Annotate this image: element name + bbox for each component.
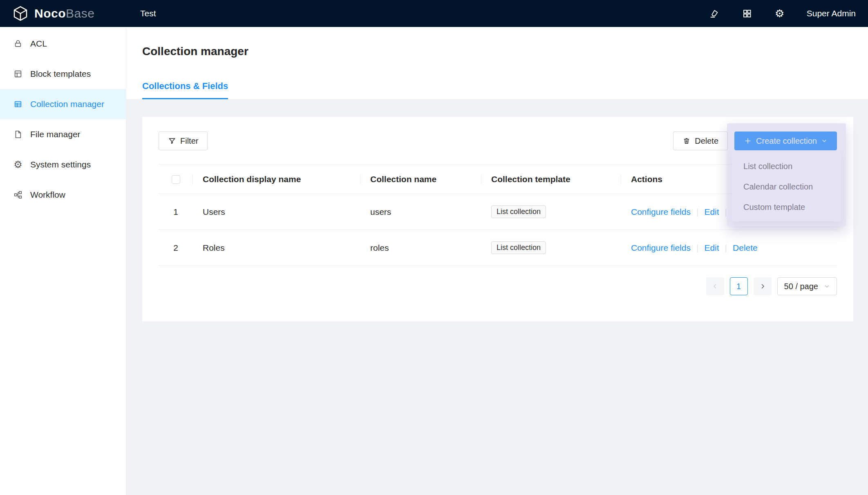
chevron-left-icon (711, 283, 719, 290)
configure-fields-link[interactable]: Configure fields (631, 207, 691, 216)
dropdown-item-calendar-collection[interactable]: Calendar collection (732, 176, 841, 197)
pagination: 1 50 / page (159, 277, 837, 295)
configure-fields-link[interactable]: Configure fields (631, 243, 691, 252)
collections-card: Filter Delete (142, 117, 853, 321)
sidebar-item-label: ACL (30, 39, 47, 49)
sidebar-item-label: System settings (30, 160, 91, 169)
app-layout: ACL Block templates Collection manager (0, 27, 868, 495)
chevron-right-icon (759, 283, 766, 290)
filter-button[interactable]: Filter (159, 132, 208, 150)
sidebar-item-block-templates[interactable]: Block templates (0, 59, 126, 89)
table-row: 2 Roles roles List collection Configure … (159, 230, 837, 266)
toolbar-right: Delete Create collection (673, 132, 837, 150)
dropdown-item-custom-template[interactable]: Custom template (732, 197, 841, 217)
workflow-icon (13, 190, 23, 200)
settings-gear-icon[interactable]: ⚙ (774, 8, 785, 19)
pagination-page-1[interactable]: 1 (730, 277, 748, 295)
edit-link[interactable]: Edit (704, 243, 719, 252)
sidebar-item-file-manager[interactable]: File manager (0, 119, 126, 149)
dropdown-item-list-collection[interactable]: List collection (732, 156, 841, 176)
select-arrow-icon (824, 283, 830, 290)
filter-button-label: Filter (180, 136, 198, 146)
topbar-menu-item-test[interactable]: Test (140, 9, 156, 18)
card-toolbar: Filter Delete (159, 132, 837, 150)
delete-link[interactable]: Delete (733, 243, 758, 252)
lock-icon (13, 39, 23, 49)
create-collection-button[interactable]: Create collection (734, 132, 837, 150)
topbar: NocoBase Test ⚙ Super Admin (0, 0, 868, 27)
tab-collections-and-fields[interactable]: Collections & Fields (142, 81, 228, 99)
nocobase-logo[interactable]: NocoBase (0, 5, 126, 22)
tabs-bar: Collections & Fields (126, 81, 868, 100)
header-display-name: Collection display name (193, 165, 360, 194)
pagination-prev-button[interactable] (706, 277, 724, 295)
delete-button[interactable]: Delete (673, 132, 728, 150)
action-divider (725, 207, 727, 216)
row-index: 2 (159, 230, 193, 266)
select-all-checkbox[interactable] (172, 175, 180, 184)
page-header: Collection manager Collections & Fields (126, 27, 868, 100)
header-template: Collection template (481, 165, 621, 194)
table-icon (13, 99, 23, 109)
cell-display-name: Users (193, 194, 360, 230)
cell-collection-name: users (360, 194, 481, 230)
page-title: Collection manager (126, 27, 868, 58)
ui-editor-pen-icon[interactable] (709, 8, 720, 19)
gear-icon: ⚙ (13, 160, 23, 169)
template-tag: List collection (491, 241, 546, 254)
sidebar-item-label: Block templates (30, 69, 91, 79)
sidebar-item-label: Workflow (30, 190, 65, 200)
create-collection-wrapper: Create collection List collection Calend… (734, 132, 837, 150)
topbar-menu: Test (140, 9, 156, 18)
cell-collection-name: roles (360, 230, 481, 266)
template-tag: List collection (491, 205, 546, 218)
topbar-right: ⚙ Super Admin (709, 8, 868, 19)
trash-icon (682, 137, 691, 145)
sidebar-item-label: File manager (30, 129, 81, 139)
main-area: Collection manager Collections & Fields … (126, 27, 868, 495)
file-icon (13, 129, 23, 139)
sidebar-item-acl[interactable]: ACL (0, 29, 126, 59)
nocobase-logo-icon (12, 5, 29, 22)
sidebar-item-label: Collection manager (30, 99, 104, 109)
logo-text-primary: Noco (34, 7, 66, 20)
create-collection-label: Create collection (756, 136, 817, 146)
settings-sidebar: ACL Block templates Collection manager (0, 27, 126, 495)
page-size-value: 50 / page (784, 282, 818, 291)
sidebar-item-system-settings[interactable]: ⚙ System settings (0, 149, 126, 180)
plus-icon (744, 137, 752, 145)
edit-link[interactable]: Edit (704, 207, 719, 216)
action-divider (696, 207, 698, 216)
logo-text: NocoBase (34, 7, 94, 20)
action-divider (696, 243, 698, 252)
content-area: Filter Delete (126, 100, 868, 495)
plugins-grid-icon[interactable] (741, 8, 753, 19)
layout-icon (13, 69, 23, 79)
delete-button-label: Delete (695, 136, 718, 146)
create-collection-dropdown: List collection Calendar collection Cust… (732, 152, 841, 221)
action-divider (725, 243, 727, 252)
logo-text-secondary: Base (66, 7, 94, 20)
filter-icon (168, 137, 176, 145)
row-index: 1 (159, 194, 193, 230)
page-size-select[interactable]: 50 / page (777, 277, 837, 295)
sidebar-item-workflow[interactable]: Workflow (0, 180, 126, 210)
chevron-down-icon (821, 138, 828, 144)
cell-actions: Configure fieldsEditDelete (621, 230, 837, 266)
header-collection-name: Collection name (360, 165, 481, 194)
cell-display-name: Roles (193, 230, 360, 266)
current-user[interactable]: Super Admin (807, 9, 856, 18)
pagination-next-button[interactable] (754, 277, 772, 295)
sidebar-item-collection-manager[interactable]: Collection manager (0, 89, 126, 119)
